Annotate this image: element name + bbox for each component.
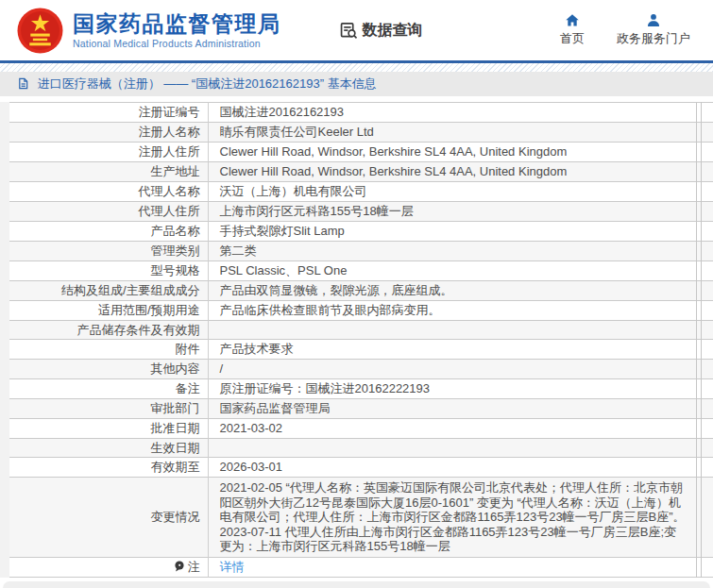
table-row: 结构及组成/主要组成成分 产品由双筒显微镜，裂隙光源，底座组成。 — [9, 281, 713, 301]
row-value: 产品临床供检查眼前节及眼内部病变用。 — [208, 301, 696, 321]
row-value: 详情 — [208, 557, 696, 577]
breadcrumb-text: 进口医疗器械（注册） —— “国械注进20162162193” 基本信息 — [38, 76, 377, 91]
row-value: 产品由双筒显微镜，裂隙光源，底座组成。 — [208, 281, 696, 301]
row-label: 生产地址 — [151, 164, 200, 178]
row-label: 注册人名称 — [139, 125, 200, 139]
row-value: / — [208, 360, 696, 379]
row-label: 附件 — [176, 342, 200, 356]
breadcrumb: 进口医疗器械（注册） —— “国械注进20162162193” 基本信息 — [0, 72, 713, 96]
table-row: 代理人住所 上海市闵行区元科路155号18幢一层 — [9, 202, 713, 222]
info-table-body: 注册证编号 国械注进20162162193 注册人名称 睛乐有限责任公司Keel… — [9, 103, 713, 578]
row-label: 有效期至 — [151, 460, 200, 474]
row-label: 产品储存条件及有效期 — [77, 323, 200, 337]
row-label: 代理人住所 — [139, 204, 200, 218]
document-icon — [17, 77, 29, 90]
row-value: 2021-02-05 “代理人名称：英国豪迈国际有限公司北京代表处；代理人住所：… — [208, 478, 696, 558]
table-row: 型号规格 PSL Classic、PSL One — [9, 261, 713, 281]
table-row: 生效日期 — [9, 439, 713, 458]
national-emblem-icon[interactable] — [17, 8, 63, 54]
row-label: 批准日期 — [151, 421, 200, 435]
table-row: 其他内容 / — [9, 360, 713, 379]
row-label: 变更情况 — [151, 510, 200, 524]
info-table-wrap: 注册证编号 国械注进20162162193 注册人名称 睛乐有限责任公司Keel… — [0, 102, 713, 578]
table-row: 备注 原注册证编号：国械注进20162222193 — [9, 379, 713, 399]
home-icon — [565, 13, 580, 27]
table-row: 产品名称 手持式裂隙灯Slit Lamp — [9, 222, 713, 242]
row-label: 管理类别 — [151, 244, 200, 258]
header-nav: 首页 政务服务门户 — [560, 13, 690, 47]
data-query-tab[interactable]: 数据查询 — [340, 21, 423, 41]
row-value: 第二类 — [208, 242, 696, 261]
row-label: 产品名称 — [151, 224, 200, 238]
table-row: 注册人住所 Clewer Hill Road, Windsor, Berkshi… — [9, 143, 713, 162]
row-label: 代理人名称 — [139, 184, 200, 198]
row-label: 适用范围/预期用途 — [98, 303, 200, 317]
nav-gov-portal-label: 政务服务门户 — [617, 30, 690, 47]
table-row: 注册人名称 睛乐有限责任公司Keeler Ltd — [9, 123, 713, 143]
nav-gov-portal[interactable]: 政务服务门户 — [617, 13, 690, 47]
row-label: 型号规格 — [151, 263, 200, 277]
table-row: 产品储存条件及有效期 — [9, 321, 713, 340]
table-row: 批准日期 2021-03-02 — [9, 419, 713, 439]
row-value: Clewer Hill Road, Windsor, Berkshire SL4… — [208, 143, 696, 162]
row-value — [208, 321, 696, 340]
row-value: 手持式裂隙灯Slit Lamp — [208, 222, 696, 242]
data-query-label: 数据查询 — [363, 21, 423, 41]
row-value: 睛乐有限责任公司Keeler Ltd — [208, 123, 696, 143]
table-row: 生产地址 Clewer Hill Road, Windsor, Berkshir… — [9, 162, 713, 182]
footer-gap — [0, 578, 713, 581]
table-row: 适用范围/预期用途 产品临床供检查眼前节及眼内部病变用。 — [9, 301, 713, 321]
row-label: 结构及组成/主要组成成分 — [61, 283, 200, 297]
table-row: 审批部门 国家药品监督管理局 — [9, 399, 713, 419]
row-label: 注 — [188, 560, 200, 574]
table-row: 变更情况 2021-02-05 “代理人名称：英国豪迈国际有限公司北京代表处；代… — [9, 478, 713, 558]
row-label: 备注 — [176, 381, 200, 395]
row-value: 沃迈（上海）机电有限公司 — [208, 182, 696, 202]
hatch-band — [0, 63, 713, 72]
table-row: 管理类别 第二类 — [9, 242, 713, 261]
row-value: 2026-03-01 — [208, 458, 696, 478]
table-row: 注 详情 — [9, 557, 713, 577]
row-label: 生效日期 — [151, 441, 200, 455]
row-value: 国械注进20162162193 — [208, 103, 696, 123]
row-value: 国家药品监督管理局 — [208, 399, 696, 419]
document-search-icon — [340, 22, 358, 40]
row-value: 产品技术要求 — [208, 340, 696, 360]
footer-band — [3, 581, 710, 588]
row-value: 2021-03-02 — [208, 419, 696, 439]
row-label: 审批部门 — [151, 401, 200, 415]
detail-link[interactable]: 详情 — [220, 560, 245, 574]
row-value: 上海市闵行区元科路155号18幢一层 — [208, 202, 696, 222]
table-row: 代理人名称 沃迈（上海）机电有限公司 — [9, 182, 713, 202]
row-value: 原注册证编号：国械注进20162222193 — [208, 379, 696, 399]
nav-home-label: 首页 — [560, 30, 585, 47]
row-value: Clewer Hill Road, Windsor, Berkshire SL4… — [208, 162, 696, 182]
site-title: 国家药品监督管理局 — [73, 11, 281, 36]
table-row: 注册证编号 国械注进20162162193 — [9, 103, 713, 123]
page-header: 国家药品监督管理局 National Medical Products Admi… — [0, 0, 713, 60]
row-label: 注册证编号 — [139, 105, 200, 119]
row-value: PSL Classic、PSL One — [208, 261, 696, 281]
row-label: 注册人住所 — [139, 144, 200, 159]
table-row: 有效期至 2026-03-01 — [9, 458, 713, 478]
person-icon — [646, 13, 661, 27]
note-balloon-icon — [174, 561, 185, 572]
info-table: 注册证编号 国械注进20162162193 注册人名称 睛乐有限责任公司Keel… — [9, 102, 713, 578]
nav-home[interactable]: 首页 — [560, 13, 585, 47]
table-row: 附件 产品技术要求 — [9, 340, 713, 360]
row-value — [208, 439, 696, 458]
row-label: 其他内容 — [151, 361, 200, 376]
site-subtitle: National Medical Products Administration — [73, 38, 281, 49]
